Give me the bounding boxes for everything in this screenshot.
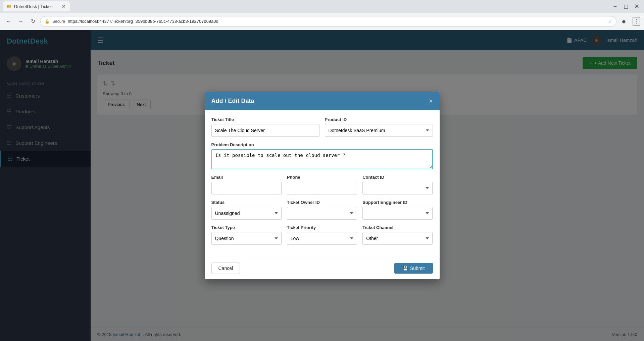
minimize-button[interactable]: −	[610, 2, 620, 11]
form-row-3: Email Phone Contact ID	[211, 175, 433, 194]
submit-button[interactable]: 💾 Submit	[394, 263, 433, 274]
tab-label: DotnetDesk | Ticket	[14, 4, 52, 9]
product-id-select[interactable]: Dotnetdesk SaaS Premium Dotnetdesk Basic…	[325, 124, 433, 137]
form-row-2: Problem Description Is it possible to sc…	[211, 142, 433, 169]
modal-header: Add / Edit Data ×	[205, 92, 440, 110]
contact-id-select[interactable]	[362, 182, 433, 194]
bookmark-icon[interactable]: ☆	[608, 19, 612, 24]
phone-label: Phone	[287, 175, 357, 180]
browser-controls: ← → ↻ 🔒 Secure https://localhost:44377/T…	[0, 13, 644, 30]
forward-button[interactable]: →	[16, 17, 26, 26]
submit-label: Submit	[410, 266, 425, 271]
main-content: ☰ 📄 APAC ● Ismail Hamzah Ticket + + Add …	[91, 30, 644, 341]
ticket-type-label: Ticket Type	[211, 225, 282, 230]
browser-menu-button[interactable]: ⋮	[633, 17, 640, 26]
tab-favicon: 🎫	[7, 4, 11, 9]
form-row-1: Ticket Title Product ID Dotnetdesk SaaS …	[211, 117, 433, 137]
email-label: Email	[211, 175, 282, 180]
ticket-type-select[interactable]: Question Bug Feature Request Other	[211, 232, 282, 245]
phone-group: Phone	[287, 175, 357, 194]
modal-close-button[interactable]: ×	[429, 97, 433, 105]
status-select[interactable]: Unassigned Assigned In Progress Resolved…	[211, 207, 282, 220]
restore-button[interactable]: ◻	[621, 2, 631, 11]
status-group: Status Unassigned Assigned In Progress R…	[211, 200, 282, 220]
close-button[interactable]: ✕	[632, 2, 641, 11]
window-controls: − ◻ ✕	[610, 2, 641, 11]
form-row-4: Status Unassigned Assigned In Progress R…	[211, 200, 433, 220]
problem-desc-textarea[interactable]: Is it possible to scale out the cloud se…	[211, 149, 433, 169]
modal-overlay: Add / Edit Data × Ticket Title Product I…	[0, 30, 644, 341]
ticket-owner-select[interactable]	[287, 207, 357, 220]
support-eng-select[interactable]	[362, 207, 433, 220]
email-input[interactable]	[211, 182, 282, 194]
browser-chrome: 🎫 DotnetDesk | Ticket ✕ − ◻ ✕ ← → ↻ 🔒 Se…	[0, 0, 644, 30]
status-label: Status	[211, 200, 282, 205]
ticket-title-input[interactable]	[211, 124, 319, 137]
ticket-channel-group: Ticket Channel Other Email Phone Chat Po…	[362, 225, 433, 245]
ticket-channel-label: Ticket Channel	[362, 225, 433, 230]
ticket-title-label: Ticket Title	[211, 117, 319, 122]
ticket-owner-label: Ticket Owner ID	[287, 200, 357, 205]
ticket-priority-select[interactable]: Low Medium High Critical	[287, 232, 357, 245]
support-eng-group: Support Enggineer ID	[362, 200, 433, 220]
cancel-button[interactable]: Cancel	[211, 263, 240, 274]
back-button[interactable]: ←	[4, 17, 13, 26]
product-id-group: Product ID Dotnetdesk SaaS Premium Dotne…	[325, 117, 433, 137]
browser-tab[interactable]: 🎫 DotnetDesk | Ticket ✕	[3, 1, 70, 11]
ticket-type-group: Ticket Type Question Bug Feature Request…	[211, 225, 282, 245]
ticket-title-group: Ticket Title	[211, 117, 319, 137]
product-id-label: Product ID	[325, 117, 433, 122]
contact-id-label: Contact ID	[362, 175, 433, 180]
reload-button[interactable]: ↻	[28, 17, 38, 26]
modal: Add / Edit Data × Ticket Title Product I…	[205, 92, 440, 279]
address-bar[interactable]: 🔒 Secure https://localhost:44377/Ticket?…	[40, 16, 616, 27]
modal-footer: Cancel 💾 Submit	[205, 257, 440, 279]
tab-close-button[interactable]: ✕	[62, 4, 66, 9]
problem-desc-label: Problem Description	[211, 142, 433, 147]
form-row-5: Ticket Type Question Bug Feature Request…	[211, 225, 433, 245]
ticket-owner-group: Ticket Owner ID	[287, 200, 357, 220]
ticket-priority-group: Ticket Priority Low Medium High Critical	[287, 225, 357, 245]
contact-id-group: Contact ID	[362, 175, 433, 194]
user-icon[interactable]: ●	[619, 17, 629, 26]
modal-title: Add / Edit Data	[211, 98, 254, 105]
email-group: Email	[211, 175, 282, 194]
problem-desc-group: Problem Description Is it possible to sc…	[211, 142, 433, 169]
address-text: https://localhost:44377/Ticket?org=359bb…	[68, 19, 605, 24]
secure-label: Secure	[52, 19, 65, 24]
modal-body: Ticket Title Product ID Dotnetdesk SaaS …	[205, 110, 440, 257]
secure-icon: 🔒	[45, 19, 50, 24]
app-container: DotnetDesk ● Ismail Hamzah Online as Sup…	[0, 30, 644, 341]
support-eng-label: Support Enggineer ID	[362, 200, 433, 205]
ticket-priority-label: Ticket Priority	[287, 225, 357, 230]
ticket-channel-select[interactable]: Other Email Phone Chat Portal	[362, 232, 433, 245]
submit-icon: 💾	[402, 266, 408, 271]
phone-input[interactable]	[287, 182, 357, 194]
browser-titlebar: 🎫 DotnetDesk | Ticket ✕ − ◻ ✕	[0, 0, 644, 13]
